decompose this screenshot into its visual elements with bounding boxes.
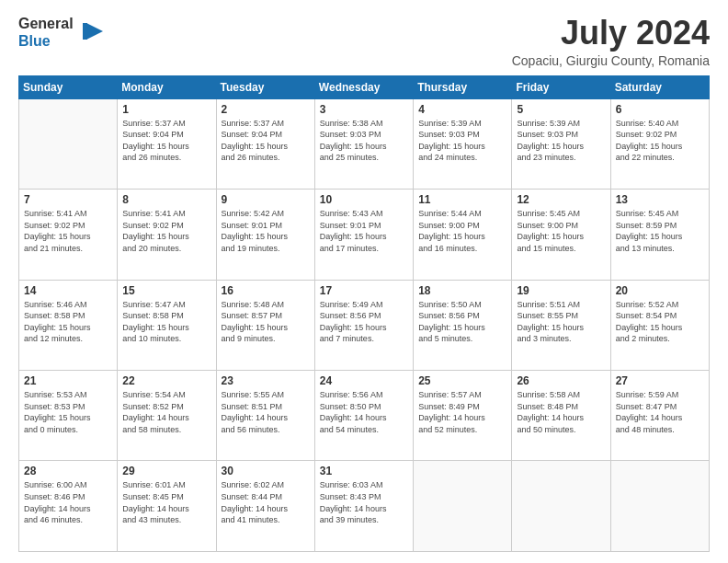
day-info: Sunrise: 5:46 AM Sunset: 8:58 PM Dayligh… — [24, 299, 112, 345]
day-cell — [414, 461, 512, 552]
day-number: 15 — [122, 284, 210, 297]
day-cell: 22Sunrise: 5:54 AM Sunset: 8:52 PM Dayli… — [118, 371, 216, 461]
day-cell: 5Sunrise: 5:39 AM Sunset: 9:03 PM Daylig… — [512, 98, 610, 189]
day-cell: 12Sunrise: 5:45 AM Sunset: 9:00 PM Dayli… — [512, 190, 610, 280]
calendar-page: General Blue July 2024 Copaciu, Giurgiu … — [0, 0, 728, 563]
day-cell: 13Sunrise: 5:45 AM Sunset: 8:59 PM Dayli… — [610, 190, 709, 280]
day-cell: 11Sunrise: 5:44 AM Sunset: 9:00 PM Dayli… — [414, 190, 512, 280]
day-cell: 6Sunrise: 5:40 AM Sunset: 9:02 PM Daylig… — [610, 98, 709, 189]
day-cell: 17Sunrise: 5:49 AM Sunset: 8:56 PM Dayli… — [314, 280, 413, 370]
day-info: Sunrise: 5:51 AM Sunset: 8:55 PM Dayligh… — [517, 299, 605, 345]
day-number: 26 — [517, 374, 605, 387]
day-info: Sunrise: 5:59 AM Sunset: 8:47 PM Dayligh… — [616, 389, 704, 435]
day-number: 25 — [418, 374, 506, 387]
day-number: 4 — [418, 103, 506, 116]
day-cell: 24Sunrise: 5:56 AM Sunset: 8:50 PM Dayli… — [314, 371, 413, 461]
day-info: Sunrise: 5:58 AM Sunset: 8:48 PM Dayligh… — [517, 389, 605, 435]
day-cell: 9Sunrise: 5:42 AM Sunset: 9:01 PM Daylig… — [216, 190, 314, 280]
logo-general: General — [18, 15, 74, 32]
week-row-2: 14Sunrise: 5:46 AM Sunset: 8:58 PM Dayli… — [19, 280, 710, 370]
day-cell: 19Sunrise: 5:51 AM Sunset: 8:55 PM Dayli… — [512, 280, 610, 370]
day-number: 24 — [320, 374, 408, 387]
day-number: 6 — [616, 103, 704, 116]
day-number: 31 — [320, 465, 408, 477]
day-cell — [19, 98, 118, 189]
day-cell: 3Sunrise: 5:38 AM Sunset: 9:03 PM Daylig… — [314, 98, 413, 189]
day-number: 29 — [122, 465, 210, 477]
col-sunday: Sunday — [19, 75, 118, 98]
svg-marker-0 — [86, 23, 103, 40]
day-number: 11 — [418, 193, 506, 206]
day-info: Sunrise: 5:42 AM Sunset: 9:01 PM Dayligh… — [222, 208, 310, 254]
day-cell: 20Sunrise: 5:52 AM Sunset: 8:54 PM Dayli… — [610, 280, 709, 370]
day-number: 5 — [517, 103, 605, 116]
day-number: 28 — [24, 465, 112, 477]
day-cell: 23Sunrise: 5:55 AM Sunset: 8:51 PM Dayli… — [216, 371, 314, 461]
week-row-4: 28Sunrise: 6:00 AM Sunset: 8:46 PM Dayli… — [19, 461, 710, 552]
col-monday: Monday — [118, 75, 216, 98]
day-info: Sunrise: 5:37 AM Sunset: 9:04 PM Dayligh… — [122, 118, 210, 164]
day-cell: 15Sunrise: 5:47 AM Sunset: 8:58 PM Dayli… — [118, 280, 216, 370]
day-cell: 2Sunrise: 5:37 AM Sunset: 9:04 PM Daylig… — [216, 98, 314, 189]
day-number: 8 — [122, 193, 210, 206]
header-row: Sunday Monday Tuesday Wednesday Thursday… — [19, 75, 710, 98]
location: Copaciu, Giurgiu County, Romania — [512, 53, 710, 68]
day-cell: 30Sunrise: 6:02 AM Sunset: 8:44 PM Dayli… — [216, 461, 314, 552]
day-info: Sunrise: 5:44 AM Sunset: 9:00 PM Dayligh… — [418, 208, 506, 254]
day-info: Sunrise: 5:57 AM Sunset: 8:49 PM Dayligh… — [418, 389, 506, 435]
col-thursday: Thursday — [414, 75, 512, 98]
day-cell: 21Sunrise: 5:53 AM Sunset: 8:53 PM Dayli… — [19, 371, 118, 461]
day-info: Sunrise: 5:53 AM Sunset: 8:53 PM Dayligh… — [24, 389, 112, 435]
day-info: Sunrise: 5:47 AM Sunset: 8:58 PM Dayligh… — [122, 299, 210, 345]
day-cell: 29Sunrise: 6:01 AM Sunset: 8:45 PM Dayli… — [118, 461, 216, 552]
col-tuesday: Tuesday — [216, 75, 314, 98]
day-info: Sunrise: 5:41 AM Sunset: 9:02 PM Dayligh… — [122, 208, 210, 254]
calendar-table: Sunday Monday Tuesday Wednesday Thursday… — [18, 75, 710, 552]
logo-icon — [77, 18, 105, 46]
day-info: Sunrise: 5:39 AM Sunset: 9:03 PM Dayligh… — [418, 118, 506, 164]
day-number: 23 — [222, 374, 310, 387]
day-cell: 4Sunrise: 5:39 AM Sunset: 9:03 PM Daylig… — [414, 98, 512, 189]
day-info: Sunrise: 5:54 AM Sunset: 8:52 PM Dayligh… — [122, 389, 210, 435]
logo: General Blue — [18, 15, 105, 50]
day-cell: 10Sunrise: 5:43 AM Sunset: 9:01 PM Dayli… — [314, 190, 413, 280]
day-number: 12 — [517, 193, 605, 206]
day-number: 3 — [320, 103, 408, 116]
day-number: 10 — [320, 193, 408, 206]
day-number: 20 — [616, 284, 704, 297]
day-info: Sunrise: 5:40 AM Sunset: 9:02 PM Dayligh… — [616, 118, 704, 164]
day-cell: 16Sunrise: 5:48 AM Sunset: 8:57 PM Dayli… — [216, 280, 314, 370]
day-number: 17 — [320, 284, 408, 297]
col-friday: Friday — [512, 75, 610, 98]
day-number: 14 — [24, 284, 112, 297]
day-number: 7 — [24, 193, 112, 206]
svg-rect-1 — [83, 23, 87, 40]
day-info: Sunrise: 6:01 AM Sunset: 8:45 PM Dayligh… — [122, 479, 210, 525]
day-info: Sunrise: 5:39 AM Sunset: 9:03 PM Dayligh… — [517, 118, 605, 164]
day-info: Sunrise: 5:48 AM Sunset: 8:57 PM Dayligh… — [222, 299, 310, 345]
day-number: 21 — [24, 374, 112, 387]
day-cell: 27Sunrise: 5:59 AM Sunset: 8:47 PM Dayli… — [610, 371, 709, 461]
day-number: 27 — [616, 374, 704, 387]
logo-blue: Blue — [18, 32, 74, 50]
day-cell: 14Sunrise: 5:46 AM Sunset: 8:58 PM Dayli… — [19, 280, 118, 370]
day-info: Sunrise: 6:02 AM Sunset: 8:44 PM Dayligh… — [222, 479, 310, 525]
day-cell: 8Sunrise: 5:41 AM Sunset: 9:02 PM Daylig… — [118, 190, 216, 280]
day-cell: 31Sunrise: 6:03 AM Sunset: 8:43 PM Dayli… — [314, 461, 413, 552]
day-info: Sunrise: 5:45 AM Sunset: 9:00 PM Dayligh… — [517, 208, 605, 254]
day-cell: 7Sunrise: 5:41 AM Sunset: 9:02 PM Daylig… — [19, 190, 118, 280]
day-cell: 18Sunrise: 5:50 AM Sunset: 8:56 PM Dayli… — [414, 280, 512, 370]
day-info: Sunrise: 5:49 AM Sunset: 8:56 PM Dayligh… — [320, 299, 408, 345]
day-info: Sunrise: 6:03 AM Sunset: 8:43 PM Dayligh… — [320, 479, 408, 525]
title-block: July 2024 Copaciu, Giurgiu County, Roman… — [512, 15, 710, 68]
day-info: Sunrise: 5:50 AM Sunset: 8:56 PM Dayligh… — [418, 299, 506, 345]
day-info: Sunrise: 6:00 AM Sunset: 8:46 PM Dayligh… — [24, 479, 112, 525]
day-number: 19 — [517, 284, 605, 297]
day-number: 18 — [418, 284, 506, 297]
day-cell: 28Sunrise: 6:00 AM Sunset: 8:46 PM Dayli… — [19, 461, 118, 552]
week-row-1: 7Sunrise: 5:41 AM Sunset: 9:02 PM Daylig… — [19, 190, 710, 280]
day-number: 30 — [222, 465, 310, 477]
day-cell: 25Sunrise: 5:57 AM Sunset: 8:49 PM Dayli… — [414, 371, 512, 461]
day-info: Sunrise: 5:41 AM Sunset: 9:02 PM Dayligh… — [24, 208, 112, 254]
day-info: Sunrise: 5:37 AM Sunset: 9:04 PM Dayligh… — [222, 118, 310, 164]
